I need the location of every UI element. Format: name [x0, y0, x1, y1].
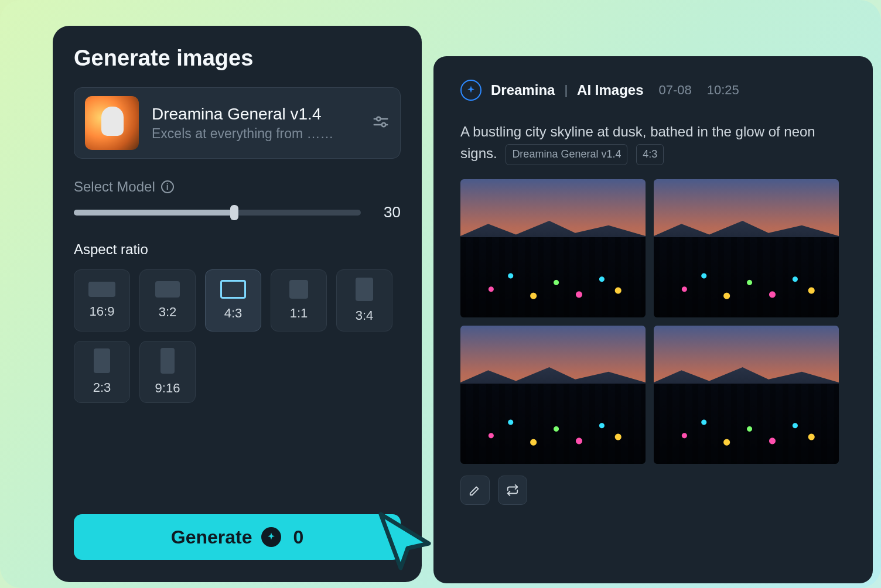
- prompt-row: A bustling city skyline at dusk, bathed …: [460, 121, 846, 165]
- ratio-shape-icon: [94, 348, 110, 373]
- app-canvas: Generate images Dreamina General v1.4 Ex…: [0, 0, 881, 588]
- panel-title: Generate images: [74, 46, 401, 71]
- generate-panel: Generate images Dreamina General v1.4 Ex…: [53, 26, 422, 582]
- info-icon[interactable]: i: [161, 180, 174, 193]
- model-thumbnail: [85, 96, 139, 150]
- result-actions: [460, 476, 846, 505]
- model-description: Excels at everything from ……: [152, 126, 359, 142]
- result-image-2[interactable]: [654, 179, 839, 317]
- slider-fill: [74, 210, 234, 216]
- aspect-ratio-9-16[interactable]: 9:16: [139, 341, 196, 403]
- sliders-icon[interactable]: [372, 113, 390, 133]
- ratio-label: 4:3: [224, 306, 243, 321]
- aspect-ratio-3-2[interactable]: 3:2: [139, 269, 196, 331]
- svg-point-1: [377, 117, 381, 121]
- model-slider-row: 30: [74, 203, 401, 221]
- section-name: AI Images: [577, 82, 643, 98]
- brand-separator: |: [564, 83, 568, 98]
- ratio-label: 16:9: [90, 304, 115, 319]
- ratio-label: 3:4: [356, 308, 374, 323]
- result-header: Dreamina | AI Images 07-08 10:25: [460, 80, 846, 101]
- generate-count: 0: [293, 527, 303, 548]
- generate-button[interactable]: Generate 0: [74, 514, 401, 560]
- cursor-icon: [375, 510, 433, 574]
- brand-name: Dreamina: [491, 82, 555, 98]
- ratio-shape-icon: [356, 278, 373, 301]
- model-slider[interactable]: [74, 210, 361, 216]
- aspect-ratio-4-3[interactable]: 4:3: [205, 269, 261, 331]
- ratio-label: 3:2: [159, 305, 177, 320]
- sparkle-icon: [261, 527, 281, 547]
- result-image-3[interactable]: [460, 326, 646, 464]
- slider-handle[interactable]: [230, 205, 238, 220]
- ratio-label: 2:3: [93, 380, 111, 395]
- slider-value: 30: [377, 203, 401, 221]
- result-gallery: [460, 179, 846, 464]
- ratio-shape-icon: [88, 282, 115, 297]
- aspect-ratio-3-4[interactable]: 3:4: [336, 269, 392, 331]
- model-selector[interactable]: Dreamina General v1.4 Excels at everythi…: [74, 87, 401, 159]
- aspect-ratio-grid: 16:93:24:31:13:42:39:16: [74, 269, 401, 403]
- model-text: Dreamina General v1.4 Excels at everythi…: [152, 105, 359, 142]
- ratio-shape-icon: [161, 348, 175, 374]
- edit-button[interactable]: [460, 476, 490, 505]
- select-model-label: Select Model: [74, 179, 155, 195]
- select-model-row: Select Model i: [74, 179, 401, 195]
- result-panel: Dreamina | AI Images 07-08 10:25 A bustl…: [433, 56, 873, 583]
- result-time: 10:25: [707, 83, 739, 98]
- result-image-1[interactable]: [460, 179, 646, 317]
- ratio-shape-icon: [155, 281, 180, 298]
- aspect-ratio-1-1[interactable]: 1:1: [271, 269, 327, 331]
- aspect-ratio-16-9[interactable]: 16:9: [74, 269, 130, 331]
- ratio-tag: 4:3: [636, 144, 664, 165]
- regenerate-button[interactable]: [498, 476, 527, 505]
- ratio-shape-icon: [289, 280, 308, 299]
- result-image-4[interactable]: [654, 326, 839, 464]
- aspect-ratio-label: Aspect ratio: [74, 241, 401, 258]
- aspect-ratio-2-3[interactable]: 2:3: [74, 341, 130, 403]
- ratio-shape-icon: [220, 280, 246, 299]
- model-tag: Dreamina General v1.4: [506, 144, 627, 165]
- ratio-label: 9:16: [155, 381, 180, 396]
- svg-point-3: [382, 123, 386, 127]
- model-name: Dreamina General v1.4: [152, 105, 359, 124]
- sparkle-badge-icon: [460, 80, 482, 101]
- ratio-label: 1:1: [290, 306, 308, 321]
- generate-label: Generate: [171, 527, 252, 548]
- result-date: 07-08: [659, 83, 692, 98]
